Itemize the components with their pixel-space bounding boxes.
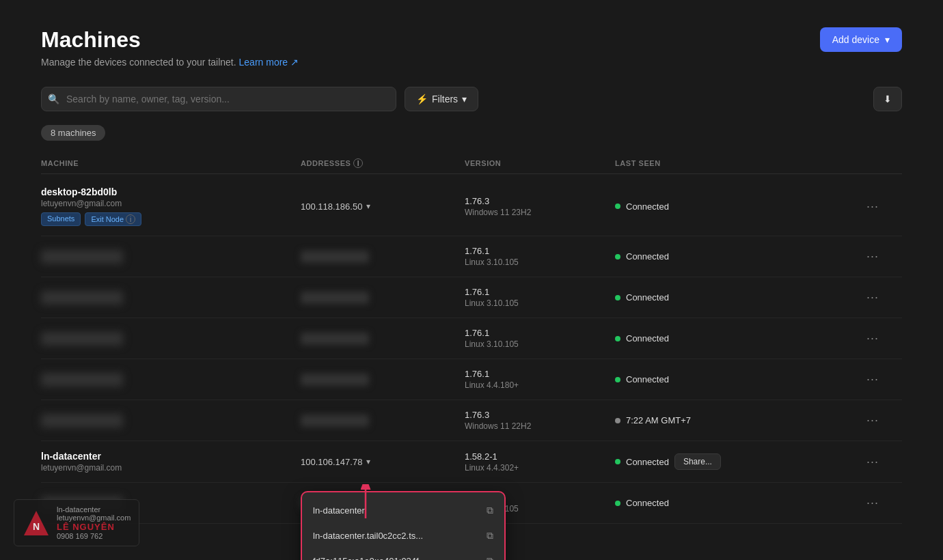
version-cell: 1.76.3 Windows 11 22H2 <box>465 410 615 431</box>
watermark-box: N ln-datacenter letuyenvn@gmail.com LÊ N… <box>14 499 139 546</box>
address-blurred <box>301 374 369 386</box>
address-cell <box>301 292 465 304</box>
address-cell <box>301 251 465 263</box>
machine-name: ln-datacenter <box>41 451 301 462</box>
version-cell: 1.76.1 Linux 3.10.105 <box>465 287 615 308</box>
more-button[interactable]: ··· <box>861 288 884 307</box>
more-button[interactable]: ··· <box>861 247 884 266</box>
svg-text:N: N <box>33 521 40 532</box>
dropdown-item[interactable]: ln-datacenter ⧉ <box>302 498 504 523</box>
version-cell: 1.76.1 Linux 3.10.105 <box>465 328 615 349</box>
watermark-brand: LÊ NGUYÊN <box>57 522 131 532</box>
machine-name: desktop-82bd0lb <box>41 186 301 197</box>
address-value: 100.118.186.50 <box>301 201 362 212</box>
machines-table: MACHINE ADDRESSES i VERSION LAST SEEN de… <box>41 153 902 524</box>
filters-button[interactable]: ⚡ Filters ▾ <box>405 87 478 111</box>
download-icon: ⬇ <box>884 94 892 104</box>
more-button[interactable]: ··· <box>861 369 884 389</box>
last-seen-cell: Connected Share... <box>615 453 861 470</box>
tag-exit-node[interactable]: Exit Node i <box>85 212 141 226</box>
more-button[interactable]: ··· <box>861 452 884 472</box>
table-row: 1.76.1 Linux 4.4.180+ Connected ··· <box>41 359 902 400</box>
last-seen-cell: 7:22 AM GMT+7 <box>615 415 861 425</box>
status-dot-connected <box>615 295 620 300</box>
chevron-down-icon: ▾ <box>885 34 890 45</box>
machine-cell <box>41 291 301 305</box>
table-row: 1.76.1 Linux 3.10.105 Connected ··· <box>41 277 902 318</box>
last-seen-cell: Connected <box>615 498 861 508</box>
actions-cell: ··· <box>861 328 902 348</box>
more-button[interactable]: ··· <box>861 410 884 430</box>
actions-cell: ··· <box>861 410 902 430</box>
more-button[interactable]: ··· <box>861 493 884 513</box>
last-seen-cell: Connected <box>615 201 861 212</box>
copy-icon[interactable]: ⧉ <box>487 555 493 561</box>
arrow-indicator <box>355 484 376 520</box>
actions-cell: ··· <box>861 369 902 389</box>
actions-cell: ··· <box>861 247 902 266</box>
search-icon: 🔍 <box>48 94 59 104</box>
addresses-info-icon[interactable]: i <box>353 158 363 168</box>
address-cell: 100.118.186.50 ▾ <box>301 201 465 212</box>
status-dot-connected <box>615 377 620 382</box>
machine-cell <box>41 414 301 428</box>
col-machine: MACHINE <box>41 158 301 168</box>
last-seen-value: Connected <box>626 201 669 212</box>
actions-cell: ··· <box>861 493 902 513</box>
address-dropdown-popup: ln-datacenter ⧉ ln-datacenter.tail0c2cc2… <box>301 491 506 561</box>
download-button[interactable]: ⬇ <box>873 87 902 111</box>
address-blurred <box>301 415 369 427</box>
add-device-button[interactable]: Add device ▾ <box>820 27 902 52</box>
watermark-text: ln-datacenter letuyenvn@gmail.com LÊ NGU… <box>57 505 131 540</box>
col-version: VERSION <box>465 158 615 168</box>
toolbar: 🔍 ⚡ Filters ▾ ⬇ <box>41 87 902 111</box>
address-dropdown-button[interactable]: ▾ <box>366 201 370 211</box>
version-cell: 1.76.1 Linux 4.4.180+ <box>465 369 615 390</box>
page-header: Machines Manage the devices connected to… <box>41 27 902 68</box>
address-dropdown-button[interactable]: ▾ <box>366 457 370 466</box>
machine-name-blurred <box>41 291 123 305</box>
share-button[interactable]: Share... <box>674 453 721 470</box>
watermark: N ln-datacenter letuyenvn@gmail.com LÊ N… <box>14 499 139 546</box>
machine-owner: letuyenvn@gmail.com <box>41 199 301 208</box>
page-title-section: Machines Manage the devices connected to… <box>41 27 299 68</box>
last-seen-cell: Connected <box>615 251 861 262</box>
copy-icon[interactable]: ⧉ <box>487 530 493 542</box>
address-cell <box>301 333 465 345</box>
dropdown-item[interactable]: fd7a:115c:a1e0::e401:934f ⧉ <box>302 548 504 561</box>
more-button[interactable]: ··· <box>861 328 884 348</box>
page-subtitle: Manage the devices connected to your tai… <box>41 57 299 68</box>
watermark-owner: letuyenvn@gmail.com <box>57 514 131 522</box>
table-row: 1.76.1 Linux 3.10.105 Connected ··· <box>41 318 902 359</box>
more-button[interactable]: ··· <box>861 197 884 216</box>
machine-owner: letuyenvn@gmail.com <box>41 463 301 473</box>
search-box: 🔍 <box>41 87 396 111</box>
address-blurred <box>301 333 369 345</box>
machine-name-blurred <box>41 250 123 264</box>
tag-subnets[interactable]: Subnets <box>41 212 81 226</box>
address-cell: 100.106.147.78 ▾ ln-datacenter ⧉ ln-data… <box>301 457 465 467</box>
search-input[interactable] <box>41 87 396 111</box>
machine-cell <box>41 373 301 387</box>
last-seen-cell: Connected <box>615 292 861 303</box>
page-title: Machines <box>41 27 299 53</box>
last-seen-cell: Connected <box>615 333 861 344</box>
actions-cell: ··· <box>861 197 902 216</box>
address-value: 100.106.147.78 <box>301 457 362 467</box>
address-cell <box>301 415 465 427</box>
col-addresses: ADDRESSES i <box>301 158 465 168</box>
machine-name-blurred <box>41 414 123 428</box>
copy-icon[interactable]: ⧉ <box>487 505 493 516</box>
version-cell: 1.58.2-1 Linux 4.4.302+ <box>465 451 615 473</box>
watermark-phone: 0908 169 762 <box>57 532 131 540</box>
dropdown-item[interactable]: ln-datacenter.tail0c2cc2.ts... ⧉ <box>302 523 504 548</box>
col-actions <box>861 158 902 168</box>
status-dot-connected <box>615 336 620 341</box>
machine-cell: desktop-82bd0lb letuyenvn@gmail.com Subn… <box>41 186 301 226</box>
learn-more-link[interactable]: Learn more ↗ <box>239 57 299 68</box>
machine-cell: ln-datacenter letuyenvn@gmail.com <box>41 451 301 473</box>
chevron-down-icon: ▾ <box>462 94 467 104</box>
exit-node-info-icon[interactable]: i <box>126 214 135 224</box>
machine-cell <box>41 332 301 346</box>
actions-cell: ··· <box>861 288 902 307</box>
